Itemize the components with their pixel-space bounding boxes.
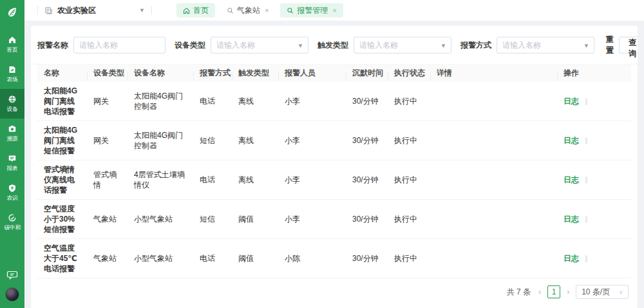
select-placeholder: 请输入名称 [359,40,398,51]
cell-device-type: 气象站 [87,249,128,267]
cell-device-type: 网关 [87,131,128,149]
query-button[interactable]: 查询 [619,37,638,53]
sidebar-item-carbon[interactable]: 碳中和 [0,207,24,237]
tab-bar: 首页 气象站 × 报警管理 × [176,3,343,17]
column-header: 报警方式 [193,68,232,79]
cell-personnel: 小李 [278,210,346,228]
page-size-select[interactable]: 10 条/页 ∨ [576,285,629,299]
cell-alarm-method: 电话 [193,171,232,189]
more-actions-icon[interactable] [585,255,587,262]
more-actions-icon[interactable] [585,216,587,223]
cell-status: 执行中 [388,210,430,228]
sidebar-item-label: 溯源 [6,135,17,142]
log-link[interactable]: 日志 [564,254,579,263]
cell-device-name: 小型气象站 [128,249,193,267]
tab-home[interactable]: 首页 [176,3,215,17]
cell-trigger-type: 阈值 [232,249,278,267]
tab-label: 气象站 [237,5,260,16]
cell-personnel: 小陈 [278,249,346,267]
org-icon [44,6,53,15]
cell-device-type: 网关 [87,92,128,110]
sidebar-item-report[interactable]: 报表 [0,148,24,178]
home-icon [183,7,190,14]
user-avatar[interactable] [5,287,19,302]
cell-detail [430,137,557,144]
chevron-down-icon: ▼ [139,7,145,14]
cell-silence-time: 30/分钟 [346,171,388,189]
cell-device-name: 小型气象站 [128,210,193,228]
column-header: 报警人员 [278,68,346,79]
cell-device-name: 太阳能4G阀门控制器 [128,126,193,155]
more-actions-icon[interactable] [585,98,587,105]
cell-trigger-type: 离线 [232,131,278,149]
next-page-icon[interactable]: › [565,287,571,296]
chevron-down-icon: ▼ [583,43,589,49]
cell-actions: 日志 [557,92,631,110]
tab-weather-station[interactable]: 气象站 × [220,3,275,17]
more-actions-icon[interactable] [585,137,587,144]
app-logo [0,0,24,24]
page-number-button[interactable]: 1 [547,285,560,298]
cell-silence-time: 30/分钟 [346,249,388,267]
cell-device-type: 管式墒情 [87,166,128,194]
org-selector[interactable]: 农业实验区 ▼ [44,5,145,16]
cell-status: 执行中 [388,249,430,267]
cell-device-name: 4层管式土壤墒情仪 [128,166,193,194]
sidebar-item-farm[interactable]: 农场 [0,59,24,89]
alarm-table: 名称 设备类型 设备名称 报警方式 触发类型 报警人员 沉默时间 执行状态 详情… [31,64,638,278]
cell-actions: 日志 [557,131,631,149]
cell-status: 执行中 [388,171,430,189]
log-link[interactable]: 日志 [564,175,579,184]
device-type-select[interactable]: 请输入名称 ▼ [211,37,308,53]
alarm-method-select[interactable]: 请输入名称 ▼ [497,37,594,53]
log-link[interactable]: 日志 [564,136,579,145]
more-actions-icon[interactable] [585,177,587,184]
sidebar-item-device[interactable]: 设备 [0,89,24,119]
table-header-row: 名称 设备类型 设备名称 报警方式 触发类型 报警人员 沉默时间 执行状态 详情… [37,64,631,82]
cell-name: 空气湿度小于30%短信报警 [37,200,87,238]
filter-label: 报警名称 [37,40,68,51]
cell-trigger-type: 阈值 [232,210,278,228]
link-icon [227,7,234,14]
trigger-type-select[interactable]: 请输入名称 ▼ [354,37,451,53]
cell-actions: 日志 [557,171,631,189]
alarm-name-input[interactable] [73,37,166,53]
column-header: 沉默时间 [346,68,388,79]
home-icon [8,35,17,44]
log-link[interactable]: 日志 [564,215,579,224]
close-icon[interactable]: × [265,6,269,14]
reset-button[interactable]: 重置 [606,34,615,56]
cell-alarm-method: 短信 [193,131,232,149]
filter-label: 报警方式 [460,40,491,51]
chat-bubble-icon[interactable] [6,269,18,281]
app-root: 首页 农场 设备 [0,0,644,308]
alarm-management-panel: 报警名称 设备类型 请输入名称 ▼ 触发类型 请输入名称 [31,26,638,308]
leaf-logo-icon [6,6,19,19]
topbar: 农业实验区 ▼ 首页 气象站 × [24,0,644,21]
cell-name: 太阳能4G阀门离线短信报警 [37,121,87,160]
content-wrapper: 报警名称 设备类型 请输入名称 ▼ 触发类型 请输入名称 [24,21,644,308]
filter-device-type: 设备类型 请输入名称 ▼ [175,37,308,53]
table-row: 太阳能4G阀门离线电话报警 网关 太阳能4G阀门控制器 电话 离线 小李 30/… [37,82,631,121]
sidebar-item-trace[interactable]: 溯源 [0,119,24,148]
cell-actions: 日志 [557,210,631,228]
filter-bar: 报警名称 设备类型 请输入名称 ▼ 触发类型 请输入名称 [31,26,638,64]
cell-device-type: 气象站 [87,210,128,228]
cell-silence-time: 30/分钟 [346,92,388,110]
cell-alarm-method: 短信 [193,210,232,228]
sidebar-item-home[interactable]: 首页 [0,30,24,59]
main-area: 农业实验区 ▼ 首页 气象站 × [24,0,644,308]
prev-page-icon[interactable]: ‹ [537,287,542,296]
close-icon[interactable]: × [332,6,336,14]
farm-icon [8,65,17,74]
log-link[interactable]: 日志 [564,97,579,106]
column-header: 触发类型 [232,68,278,79]
tab-alarm-management[interactable]: 报警管理 × [280,3,343,17]
cell-alarm-method: 电话 [193,92,232,110]
select-placeholder: 请输入名称 [502,40,541,51]
sidebar-nav: 首页 农场 设备 [0,30,24,237]
sidebar-item-knowledge[interactable]: 农识 [0,178,24,207]
tab-label: 报警管理 [297,5,328,16]
table-row: 管式墒情仪离线电话报警 管式墒情 4层管式土壤墒情仪 电话 离线 小李 30/分… [37,160,631,200]
sidebar-item-label: 农识 [6,195,17,201]
